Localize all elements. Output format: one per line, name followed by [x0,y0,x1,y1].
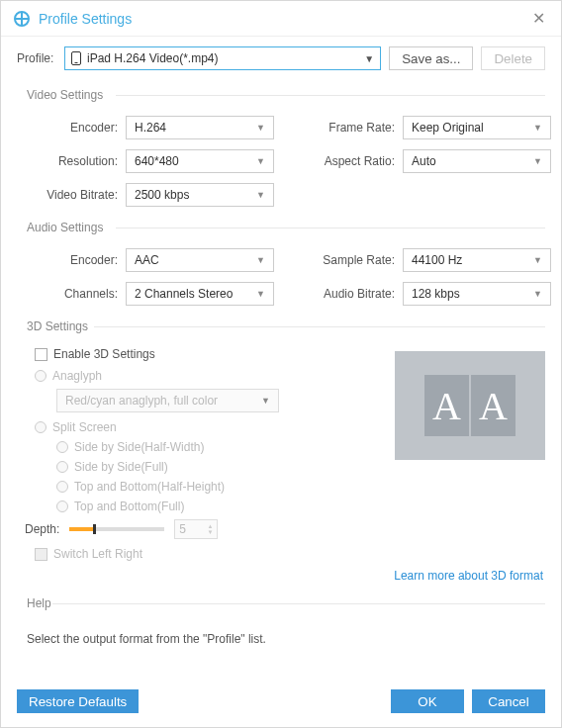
resolution-label: Resolution: [17,154,126,168]
cancel-button[interactable]: Cancel [472,689,545,713]
video-section-title: Video Settings [17,88,545,102]
video-encoder-label: Encoder: [17,121,126,135]
anaglyph-option-select: Red/cyan anaglyph, full color▼ [56,389,279,412]
content-area: Profile: iPad H.264 Video(*.mp4) ▼ Save … [1,37,561,680]
switch-lr-checkbox: Switch Left Right [35,547,545,561]
profile-value: iPad H.264 Video(*.mp4) [87,51,364,65]
resolution-select[interactable]: 640*480▼ [126,149,274,173]
footer: Restore Defaults OK Cancel [1,680,561,727]
depth-slider [69,527,164,531]
radio-icon [56,461,68,473]
video-encoder-select[interactable]: H.264▼ [126,116,274,139]
depth-spinner: 5 ▲▼ [174,519,218,539]
ipad-icon [71,51,81,65]
radio-icon [56,500,68,512]
app-logo-icon [13,10,31,28]
spinner-arrows-icon: ▲▼ [207,523,213,535]
audio-encoder-label: Encoder: [17,253,126,267]
save-as-button[interactable]: Save as... [389,46,473,70]
window-title: Profile Settings [39,11,528,27]
audio-encoder-select[interactable]: AAC▼ [126,248,274,272]
radio-icon [35,370,47,382]
restore-defaults-button[interactable]: Restore Defaults [17,689,139,713]
chevron-down-icon: ▼ [533,255,542,265]
chevron-down-icon: ▼ [261,396,270,406]
channels-select[interactable]: 2 Channels Stereo▼ [126,282,274,306]
3d-section-title: 3D Settings [17,319,545,333]
close-icon[interactable]: ✕ [528,9,549,28]
chevron-down-icon: ▼ [256,255,265,265]
profile-settings-window: Profile Settings ✕ Profile: iPad H.264 V… [0,0,562,728]
video-bitrate-label: Video Bitrate: [17,188,126,202]
aspect-ratio-label: Aspect Ratio: [304,154,403,168]
radio-icon [56,481,68,493]
delete-button: Delete [481,46,545,70]
checkbox-icon [35,348,47,361]
chevron-down-icon: ▼ [256,289,265,299]
radio-icon [56,441,68,453]
3d-settings-section: 3D Settings Enable 3D Settings Anaglyph … [17,319,545,583]
preview-left-pane: A [424,375,469,436]
chevron-down-icon: ▼ [256,156,265,166]
sbs-full-radio: Side by Side(Full) [56,460,545,474]
tab-half-radio: Top and Bottom(Half-Height) [56,480,545,494]
depth-row: Depth: 5 ▲▼ [25,519,545,539]
audio-bitrate-label: Audio Bitrate: [304,287,403,301]
chevron-down-icon: ▼ [533,123,542,133]
framerate-label: Frame Rate: [304,121,403,135]
3d-preview: A A [395,351,545,460]
chevron-down-icon: ▼ [533,289,542,299]
titlebar: Profile Settings ✕ [1,1,561,37]
chevron-down-icon: ▼ [256,123,265,133]
chevron-down-icon: ▼ [364,53,374,64]
samplerate-label: Sample Rate: [304,253,403,267]
preview-right-pane: A [471,375,515,436]
help-section-title: Help [17,596,545,610]
profile-row: Profile: iPad H.264 Video(*.mp4) ▼ Save … [17,46,545,70]
tab-full-radio: Top and Bottom(Full) [56,500,545,513]
profile-select[interactable]: iPad H.264 Video(*.mp4) ▼ [64,46,381,70]
audio-settings-section: Audio Settings Encoder: AAC▼ Sample Rate… [17,221,545,306]
radio-icon [35,421,47,433]
chevron-down-icon: ▼ [256,190,265,200]
audio-section-title: Audio Settings [17,221,545,234]
ok-button[interactable]: OK [391,689,464,713]
help-section: Help Select the output format from the "… [17,596,545,646]
channels-label: Channels: [17,287,126,301]
video-bitrate-select[interactable]: 2500 kbps▼ [126,183,274,207]
depth-label: Depth: [25,522,59,536]
help-text: Select the output format from the "Profi… [17,624,545,646]
learn-more-link[interactable]: Learn more about 3D format [17,569,543,583]
video-settings-section: Video Settings Encoder: H.264▼ Frame Rat… [17,88,545,207]
profile-label: Profile: [17,51,56,65]
checkbox-icon [35,548,47,561]
aspect-ratio-select[interactable]: Auto▼ [403,149,551,173]
audio-bitrate-select[interactable]: 128 kbps▼ [403,282,551,306]
samplerate-select[interactable]: 44100 Hz▼ [403,248,551,272]
framerate-select[interactable]: Keep Original▼ [403,116,551,139]
chevron-down-icon: ▼ [533,156,542,166]
